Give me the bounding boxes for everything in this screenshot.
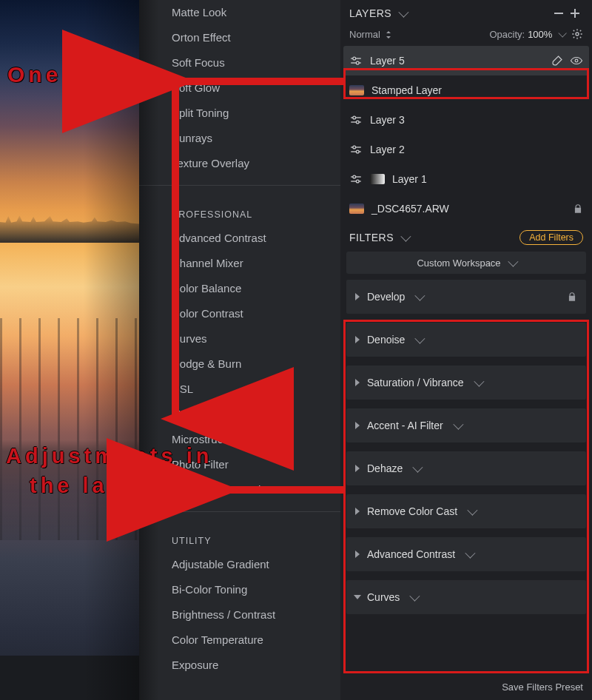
- layer-name: Layer 3: [370, 114, 576, 126]
- catalog-item[interactable]: Brightness / Contrast: [139, 602, 340, 627]
- blend-mode-label: Normal: [349, 29, 380, 40]
- workspace-label: Custom Workspace: [417, 258, 500, 269]
- sliders-icon: [349, 54, 363, 67]
- catalog-item[interactable]: Exposure: [139, 653, 340, 678]
- collapse-layers-button[interactable]: [551, 5, 567, 21]
- chevron-down-icon: [400, 232, 411, 242]
- layers-title[interactable]: LAYERS: [349, 7, 406, 19]
- svg-point-20: [356, 180, 359, 183]
- lock-icon: [567, 292, 577, 302]
- chevron-down-icon: [558, 29, 566, 37]
- svg-point-10: [353, 116, 356, 119]
- layer-row[interactable]: Layer 3: [343, 105, 589, 135]
- sliders-icon: [349, 113, 363, 127]
- catalog-item[interactable]: Matte Look: [139, 0, 340, 25]
- lock-icon: [573, 203, 583, 214]
- blend-mode-select[interactable]: Normal: [349, 29, 392, 40]
- brush-icon[interactable]: [551, 54, 564, 67]
- catalog-item[interactable]: Photo Filter: [139, 452, 340, 477]
- chevron-down-icon: [415, 291, 426, 301]
- svg-point-16: [356, 150, 359, 153]
- photo-skyline: [0, 213, 139, 243]
- catalog-header-utility: UTILITY: [139, 530, 340, 552]
- chevron-down-icon: [399, 7, 409, 18]
- photo-bottom-bar: [0, 656, 139, 700]
- layer-thumb: [349, 203, 364, 214]
- photo-railing: [0, 318, 139, 540]
- opacity-value-text: 100%: [528, 29, 552, 40]
- svg-point-14: [353, 146, 356, 149]
- chevron-down-icon: [508, 257, 518, 267]
- catalog-item[interactable]: Orton Effect: [139, 25, 340, 50]
- filter-item[interactable]: Develop: [346, 280, 586, 314]
- svg-point-18: [353, 175, 356, 178]
- add-layer-button[interactable]: [567, 5, 583, 21]
- annotation-arrow-top: [169, 70, 351, 92]
- filters-header: FILTERS Add Filters: [340, 223, 592, 252]
- layers-title-text: LAYERS: [349, 7, 391, 19]
- svg-rect-0: [554, 13, 563, 14]
- workspace-select[interactable]: Custom Workspace: [346, 252, 586, 274]
- svg-rect-2: [571, 13, 579, 14]
- layer-name: Layer 5: [370, 55, 543, 67]
- layer-name: _DSC4657.ARW: [371, 203, 565, 215]
- opacity-label: Opacity:: [489, 29, 525, 40]
- sliders-icon: [349, 143, 363, 156]
- layer-name: Layer 1: [392, 173, 576, 185]
- layer-thumb: [370, 174, 385, 184]
- svg-point-3: [576, 33, 579, 36]
- divider: [139, 511, 340, 512]
- disclosure-triangle-icon: [355, 293, 360, 300]
- svg-point-5: [353, 57, 356, 60]
- eye-icon[interactable]: [570, 54, 583, 67]
- filters-title[interactable]: FILTERS: [349, 232, 408, 243]
- gear-icon[interactable]: [571, 28, 583, 40]
- layer-row[interactable]: Layer 2: [343, 135, 589, 164]
- annotation-box-filters: [343, 320, 589, 673]
- opacity-value[interactable]: 100%: [528, 29, 565, 40]
- filters-title-text: FILTERS: [349, 232, 394, 243]
- layers-header: LAYERS: [340, 0, 592, 27]
- blend-row: Normal Opacity: 100%: [340, 27, 592, 46]
- catalog-item[interactable]: Bi-Color Toning: [139, 577, 340, 602]
- layer-row[interactable]: Layer 1: [343, 164, 589, 194]
- sliders-icon: [349, 172, 363, 186]
- svg-point-7: [356, 61, 359, 64]
- annotation-arrow-vertical: [163, 87, 192, 432]
- add-filters-button[interactable]: Add Filters: [519, 230, 583, 245]
- svg-point-12: [356, 121, 359, 124]
- svg-point-8: [575, 59, 578, 62]
- annotation-arrow-bottom: [213, 478, 351, 500]
- catalog-item[interactable]: Adjustable Gradient: [139, 552, 340, 577]
- save-filters-preset[interactable]: Save Filters Preset: [502, 682, 583, 693]
- filter-name: Develop: [367, 291, 405, 303]
- canvas-photo: [0, 0, 139, 700]
- annotation-box-layer: [343, 68, 589, 99]
- layer-row[interactable]: _DSC4657.ARW: [343, 194, 589, 223]
- layer-name: Layer 2: [370, 144, 576, 155]
- catalog-item[interactable]: Color Temperature: [139, 627, 340, 653]
